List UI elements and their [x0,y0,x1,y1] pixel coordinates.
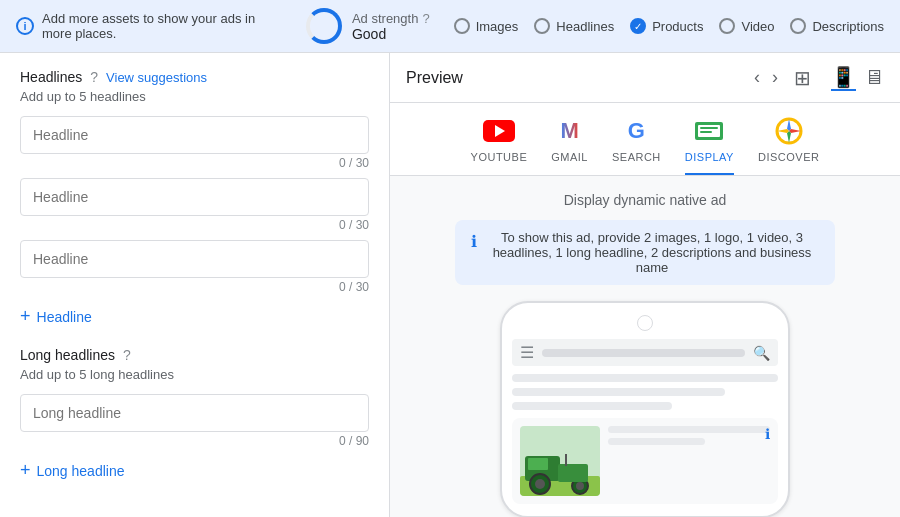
long-headlines-title: Long headlines [20,347,115,363]
long-headlines-help-icon[interactable]: ? [123,347,131,363]
add-long-headline-label: Long headline [37,463,125,479]
strength-help-icon[interactable]: ? [422,11,429,26]
check-images[interactable]: Images [454,18,519,34]
headlines-subtitle: Add up to 5 headlines [20,89,369,104]
content-line-1 [512,374,778,382]
banner-text: Add more assets to show your ads in more… [42,11,282,41]
preview-type-label: Display dynamic native ad [564,192,727,208]
svg-point-10 [576,482,584,490]
ad-text-area [608,426,770,496]
headline-input-2[interactable] [20,178,369,216]
info-box-icon: ℹ [471,232,477,251]
headline-input-1-wrapper: 0 / 30 [20,116,369,170]
add-long-headline-plus-icon: + [20,460,31,481]
headline-input-1[interactable] [20,116,369,154]
headline-input-3[interactable] [20,240,369,278]
browser-url-bar [542,349,745,357]
tractor-image [520,436,600,496]
long-headline-input-1[interactable] [20,394,369,432]
svg-rect-2 [700,127,718,129]
info-icon: i [16,17,34,35]
check-video-circle [719,18,735,34]
long-headlines-section-header: Long headlines ? [20,347,369,363]
view-suggestions-link[interactable]: View suggestions [106,70,207,85]
svg-point-8 [535,479,545,489]
content-line-2 [512,388,725,396]
prev-button[interactable]: ‹ [750,63,764,92]
svg-rect-3 [700,131,712,133]
check-headlines[interactable]: Headlines [534,18,614,34]
platform-tabs: YOUTUBE M GMAIL G SEARCH [390,103,900,176]
check-video[interactable]: Video [719,18,774,34]
check-products[interactable]: Products [630,18,703,34]
preview-content: Display dynamic native ad ℹ To show this… [390,176,900,517]
tab-search-label: SEARCH [612,151,661,163]
check-headlines-label: Headlines [556,19,614,34]
check-headlines-circle [534,18,550,34]
check-products-label: Products [652,19,703,34]
columns-icon[interactable]: ⊞ [794,66,811,90]
long-headline-count-1: 0 / 90 [20,434,369,448]
top-banner: i Add more assets to show your ads in mo… [0,0,900,53]
headlines-help-icon[interactable]: ? [90,69,98,85]
tab-search[interactable]: G SEARCH [612,115,661,175]
asset-checks: Images Headlines Products Video Descript… [454,18,884,34]
banner-info: i Add more assets to show your ads in mo… [16,11,282,41]
headline-input-3-wrapper: 0 / 30 [20,240,369,294]
headline-count-2: 0 / 30 [20,218,369,232]
ad-strength: Ad strength ? Good [306,8,430,44]
left-panel: Headlines ? View suggestions Add up to 5… [0,53,390,517]
svg-rect-12 [528,458,548,470]
preview-header: Preview ‹ › ⊞ 📱 🖥 [390,53,900,103]
add-headline-button[interactable]: + Headline [20,302,92,331]
right-panel: Preview ‹ › ⊞ 📱 🖥 YOUTUBE [390,53,900,517]
info-box-text: To show this ad, provide 2 images, 1 log… [485,230,819,275]
phone-mockup: ☰ 🔍 [500,301,790,517]
phone-content: ℹ [512,374,778,504]
add-headline-plus-icon: + [20,306,31,327]
discover-icon [773,115,805,147]
info-box: ℹ To show this ad, provide 2 images, 1 l… [455,220,835,285]
check-products-circle [630,18,646,34]
headline-count-1: 0 / 30 [20,156,369,170]
next-button[interactable]: › [768,63,782,92]
svg-rect-13 [565,454,567,466]
gmail-icon: M [554,115,586,147]
strength-title: Ad strength [352,11,419,26]
desktop-icon[interactable]: 🖥 [864,66,884,89]
add-headline-label: Headline [37,309,92,325]
ad-info-icon[interactable]: ℹ [765,426,770,442]
strength-info: Ad strength ? Good [352,11,430,42]
tab-discover[interactable]: DISCOVER [758,115,819,175]
device-icons: 📱 🖥 [831,65,884,91]
headline-input-2-wrapper: 0 / 30 [20,178,369,232]
check-images-label: Images [476,19,519,34]
phone-browser-bar: ☰ 🔍 [512,339,778,366]
content-line-3 [512,402,672,410]
tab-youtube-label: YOUTUBE [471,151,528,163]
headlines-section-header: Headlines ? View suggestions [20,69,369,85]
tab-gmail-label: GMAIL [551,151,588,163]
main-layout: Headlines ? View suggestions Add up to 5… [0,53,900,517]
check-descriptions[interactable]: Descriptions [790,18,884,34]
nav-arrows: ‹ › [750,63,782,92]
ad-card: ℹ [512,418,778,504]
mobile-icon[interactable]: 📱 [831,65,856,91]
tab-gmail[interactable]: M GMAIL [551,115,588,175]
check-video-label: Video [741,19,774,34]
tab-youtube[interactable]: YOUTUBE [471,115,528,175]
headline-count-3: 0 / 30 [20,280,369,294]
view-icons: ⊞ [794,66,811,90]
check-descriptions-circle [790,18,806,34]
tab-display[interactable]: DISPLAY [685,115,734,175]
add-long-headline-button[interactable]: + Long headline [20,456,125,485]
browser-menu-icon: ☰ [520,343,534,362]
ad-line-1 [608,426,770,433]
headlines-title: Headlines [20,69,82,85]
phone-notch [637,315,653,331]
svg-rect-11 [558,464,588,482]
long-headline-input-1-wrapper: 0 / 90 [20,394,369,448]
display-icon [693,115,725,147]
long-headlines-subtitle: Add up to 5 long headlines [20,367,369,382]
check-descriptions-label: Descriptions [812,19,884,34]
